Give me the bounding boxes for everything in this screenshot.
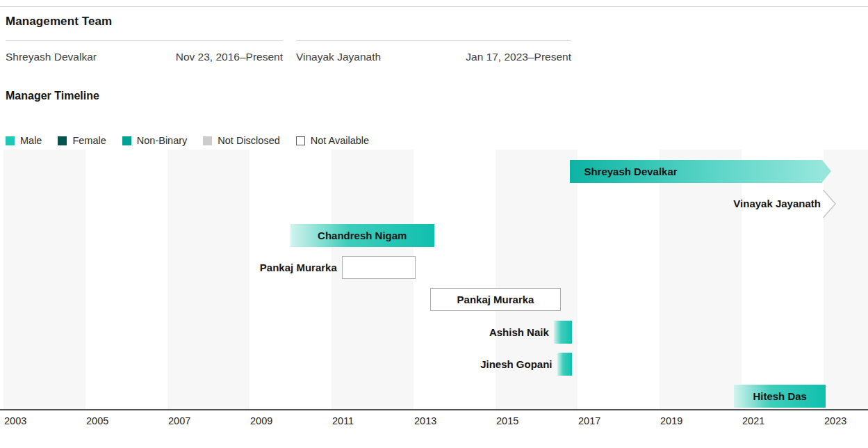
legend-label: Non-Binary	[137, 135, 188, 146]
bar-label: Hitesh Das	[753, 390, 807, 402]
legend-label: Not Disclosed	[218, 135, 279, 146]
management-team-title: Management Team	[6, 15, 112, 29]
manager-tenure: Jan 17, 2023–Present	[466, 51, 571, 63]
manager-entry: Shreyash Devalkar Nov 23, 2016–Present	[6, 40, 283, 63]
x-axis-tick: 2011	[332, 415, 354, 426]
x-axis-tick: 2009	[250, 415, 272, 426]
background-band	[3, 150, 85, 409]
x-axis-labels: 2003200520072009201120132015201720192021…	[0, 415, 868, 429]
legend-swatch-icon	[6, 136, 15, 145]
background-band	[824, 150, 868, 409]
x-axis-tick: 2015	[496, 415, 518, 426]
timeline-bar[interactable]: Shreyash Devalkar	[570, 160, 822, 183]
bar-label: Chandresh Nigam	[318, 230, 407, 241]
timeline-bar[interactable]: Pankaj Murarka	[430, 288, 562, 311]
legend-item-not-disclosed: Not Disclosed	[203, 135, 279, 146]
bar-label: Pankaj Murarka	[260, 256, 337, 279]
manager-entries: Shreyash Devalkar Nov 23, 2016–Present V…	[6, 40, 571, 63]
timeline-bar[interactable]	[554, 321, 573, 344]
ongoing-chevron-icon[interactable]	[822, 189, 837, 218]
bar-label: Jinesh Gopani	[480, 353, 552, 376]
manager-tenure: Nov 23, 2016–Present	[176, 51, 283, 63]
background-band	[167, 150, 249, 409]
legend-item-male: Male	[6, 135, 42, 146]
x-axis-tick: 2019	[660, 415, 682, 426]
x-axis-tick: 2023	[824, 415, 846, 426]
legend-swatch-icon	[203, 136, 212, 145]
bar-label: Vinayak Jayanath	[733, 192, 821, 215]
top-divider	[0, 6, 868, 7]
manager-name: Vinayak Jayanath	[296, 51, 381, 63]
manager-name: Shreyash Devalkar	[6, 51, 97, 63]
timeline-bar[interactable]	[342, 256, 416, 279]
bar-label: Ashish Naik	[489, 321, 549, 344]
legend-swatch-icon	[122, 136, 131, 145]
legend-item-not-available: Not Available	[296, 135, 369, 146]
bar-label: Shreyash Devalkar	[584, 166, 677, 177]
gender-legend: MaleFemaleNon-BinaryNot DisclosedNot Ava…	[6, 135, 369, 146]
background-band	[660, 150, 742, 409]
x-axis-tick: 2005	[86, 415, 108, 426]
ongoing-arrow-icon	[822, 160, 831, 182]
manager-entry: Vinayak Jayanath Jan 17, 2023–Present	[296, 40, 571, 63]
x-axis-tick: 2013	[414, 415, 436, 426]
bar-label: Pankaj Murarka	[457, 294, 534, 305]
timeline-bar[interactable]: Hitesh Das	[734, 385, 826, 408]
background-band	[331, 150, 413, 409]
x-axis-tick: 2017	[578, 415, 600, 426]
legend-swatch-icon	[296, 136, 305, 145]
legend-label: Female	[72, 135, 106, 146]
manager-timeline-title: Manager Timeline	[6, 90, 99, 102]
timeline-bar[interactable]: Chandresh Nigam	[290, 224, 434, 247]
x-axis-tick: 2003	[4, 415, 26, 426]
legend-label: Male	[20, 135, 42, 146]
timeline-bar[interactable]	[557, 353, 573, 376]
legend-item-female: Female	[58, 135, 106, 146]
legend-label: Not Available	[311, 135, 369, 146]
legend-swatch-icon	[58, 136, 67, 145]
x-axis-tick: 2007	[168, 415, 190, 426]
legend-item-non-binary: Non-Binary	[122, 135, 188, 146]
x-axis-tick: 2021	[742, 415, 764, 426]
manager-timeline-chart: Shreyash DevalkarVinayak JayanathChandre…	[0, 150, 868, 410]
